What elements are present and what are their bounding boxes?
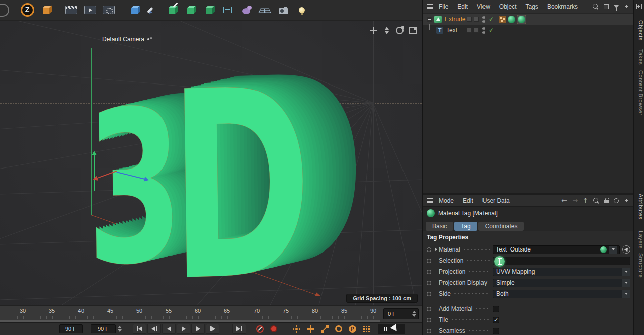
render-picture-viewer-icon[interactable] xyxy=(82,2,99,19)
record-parameter-icon[interactable] xyxy=(349,325,356,333)
tab-coordinates[interactable]: Coordinates xyxy=(478,222,524,231)
undo-partial-icon[interactable] xyxy=(0,2,17,19)
prev-key-button[interactable] xyxy=(147,324,161,334)
pen-tool-icon[interactable] xyxy=(163,2,180,19)
render-settings-icon[interactable] xyxy=(100,2,117,19)
workplane-icon[interactable] xyxy=(256,2,273,19)
tab-tag[interactable]: Tag xyxy=(454,222,477,231)
forward-icon[interactable]: → xyxy=(572,197,578,204)
search-icon[interactable] xyxy=(593,198,599,204)
camera-icon[interactable] xyxy=(275,2,292,19)
edge-tab-layers[interactable]: Layers xyxy=(634,231,644,249)
menu-view[interactable]: View xyxy=(472,3,495,10)
visibility-dots[interactable] xyxy=(482,27,485,34)
up-icon[interactable]: ↑ xyxy=(583,197,588,204)
next-key-button[interactable] xyxy=(206,324,219,334)
generator-icon[interactable] xyxy=(200,2,217,19)
record-position-icon[interactable] xyxy=(307,325,314,333)
object-row-extrude[interactable]: Extrude xyxy=(423,14,633,25)
extrude-object-icon[interactable] xyxy=(434,16,442,23)
expander-icon[interactable] xyxy=(433,247,439,252)
measure-tool-icon[interactable] xyxy=(219,2,236,19)
prev-frame-button[interactable] xyxy=(162,324,176,334)
projection-display-dropdown[interactable]: Simple xyxy=(493,279,630,287)
play-button[interactable] xyxy=(177,324,190,334)
menu-edit[interactable]: Edit xyxy=(453,3,472,10)
record-circle[interactable] xyxy=(427,307,431,311)
goto-end-button[interactable] xyxy=(232,324,246,334)
sculpt-brush-icon[interactable] xyxy=(144,2,162,19)
record-circle[interactable] xyxy=(427,259,431,263)
record-scale-icon[interactable] xyxy=(321,325,329,333)
panel-icon[interactable] xyxy=(636,4,642,9)
viewport[interactable]: 3 D Default Camera Grid Spacing : 100 cm xyxy=(0,21,422,305)
timeline-ruler[interactable]: 30 35 40 45 50 55 60 65 70 75 80 85 90 xyxy=(0,306,380,322)
menu-mode[interactable]: Mode xyxy=(434,197,458,204)
edge-tab-structure[interactable]: Structure xyxy=(634,253,644,278)
goto-start-button[interactable] xyxy=(133,324,146,334)
dropdown-arrow-icon[interactable] xyxy=(609,246,617,254)
material-field[interactable]: Text_Outside xyxy=(493,245,620,254)
menu-icon[interactable] xyxy=(427,4,433,9)
record-circle[interactable] xyxy=(427,318,431,322)
text-object-icon[interactable] xyxy=(436,27,443,34)
edge-tab-objects[interactable]: Objects xyxy=(634,20,644,41)
record-rotation-icon[interactable] xyxy=(335,325,342,332)
next-frame-button[interactable] xyxy=(191,324,205,334)
menu-tags[interactable]: Tags xyxy=(521,3,543,10)
menu-icon[interactable] xyxy=(427,198,433,203)
selection-field[interactable] xyxy=(493,257,630,265)
side-dropdown[interactable]: Both xyxy=(493,290,630,298)
subdivision-surface-icon[interactable] xyxy=(182,2,199,19)
end-frame-stepper[interactable] xyxy=(118,326,122,332)
metaball-icon[interactable] xyxy=(237,2,255,19)
enabled-check-icon[interactable] xyxy=(489,16,494,22)
preview-range-bar[interactable] xyxy=(0,320,380,322)
layer-toggle[interactable] xyxy=(474,28,479,33)
move-tool-icon[interactable] xyxy=(37,2,54,19)
seamless-checkbox[interactable] xyxy=(493,328,499,334)
visibility-dots[interactable] xyxy=(482,16,485,23)
light-icon[interactable] xyxy=(293,2,310,19)
layer-toggle[interactable] xyxy=(467,28,472,33)
funnel-icon[interactable] xyxy=(614,5,619,8)
tab-basic[interactable]: Basic xyxy=(426,222,453,231)
panel-icon[interactable] xyxy=(624,198,629,203)
autokeying-icon[interactable] xyxy=(270,325,277,332)
enabled-check-icon[interactable] xyxy=(489,27,494,33)
edge-tab-content-browser[interactable]: Content Browser xyxy=(634,70,644,115)
record-active-objects-icon[interactable] xyxy=(293,325,300,333)
panel-icon[interactable] xyxy=(624,4,629,9)
edge-tab-attributes[interactable]: Attributes xyxy=(634,194,644,219)
current-frame-field[interactable]: 90 F xyxy=(59,324,83,333)
object-name[interactable]: Extrude xyxy=(445,16,465,23)
dolly-icon[interactable] xyxy=(383,27,390,34)
layer-toggle[interactable] xyxy=(474,17,479,22)
menu-user-data[interactable]: User Data xyxy=(478,197,514,204)
record-circle[interactable] xyxy=(427,292,431,296)
projection-dropdown[interactable]: UVW Mapping xyxy=(493,268,630,276)
view-filter-icon[interactable] xyxy=(604,4,609,9)
timeline[interactable]: 30 35 40 45 50 55 60 65 70 75 80 85 90 0… xyxy=(0,305,422,322)
menu-bookmarks[interactable]: Bookmarks xyxy=(543,3,582,10)
menu-object[interactable]: Object xyxy=(495,3,521,10)
orbit-icon[interactable] xyxy=(396,27,404,34)
edge-tab-takes[interactable]: Takes xyxy=(634,49,644,65)
maximize-icon[interactable] xyxy=(409,27,417,34)
record-circle[interactable] xyxy=(427,329,431,333)
back-icon[interactable]: ← xyxy=(561,197,567,204)
end-frame-field[interactable]: 90 F xyxy=(91,324,116,333)
lock-icon[interactable] xyxy=(604,200,609,203)
frame-offset-stepper[interactable] xyxy=(412,311,416,317)
search-icon[interactable] xyxy=(593,4,599,10)
frame-offset-field[interactable]: 0 F xyxy=(383,308,419,319)
add-material-checkbox[interactable] xyxy=(493,306,499,312)
expand-icon[interactable] xyxy=(427,17,432,22)
material-tag-selected[interactable] xyxy=(517,15,526,24)
record-circle[interactable] xyxy=(427,247,431,252)
record-circle[interactable] xyxy=(427,281,431,285)
logo-z-icon[interactable]: Z xyxy=(19,2,36,19)
layer-toggle[interactable] xyxy=(467,17,472,22)
record-circle[interactable] xyxy=(427,270,431,274)
record-pla-icon[interactable] xyxy=(363,325,370,332)
